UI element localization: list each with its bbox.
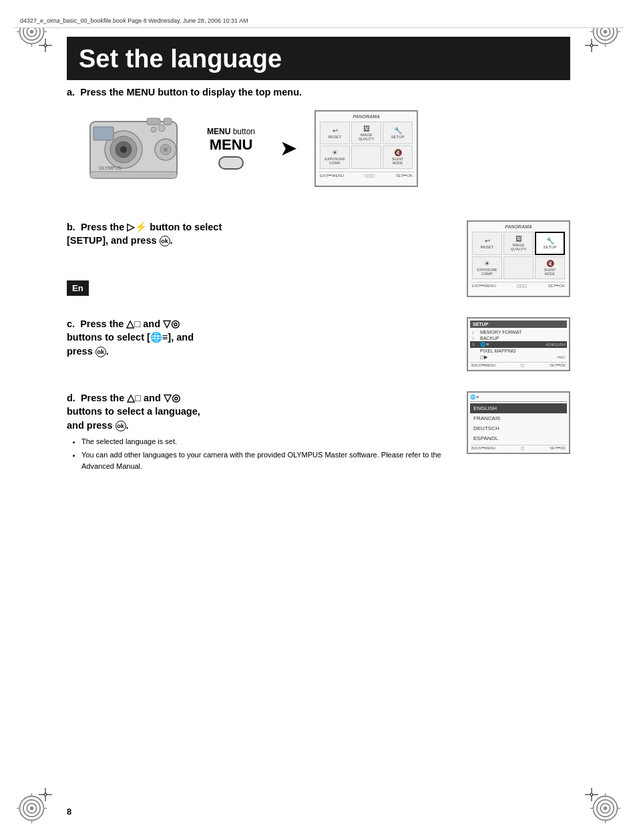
menu-screen-a: PANORAMA ↩ RESET 🖼 IMAGEQUALITY 🔧 SETUP — [314, 110, 418, 187]
menu-screen-footer-a: EXIT↦MENU ◻◻◻ SET↦OK — [318, 172, 414, 178]
crosshair-tr — [585, 39, 598, 52]
lang-item-espanol: ESPANOL — [470, 433, 567, 443]
svg-rect-46 — [90, 172, 177, 178]
menu-cell-exposure-b: ☀ EXPOSURECOMP. — [472, 256, 502, 280]
setup-icon: 🔧 — [394, 127, 402, 134]
menu-text-large: MENU — [210, 136, 253, 154]
footer-back-c: BACK↦MENU — [471, 363, 495, 367]
step-c-text: c. Press the △□ and ▽◎buttons to select … — [67, 317, 453, 358]
step-d-row: d. Press the △□ and ▽◎buttons to select … — [67, 391, 570, 474]
svg-point-36 — [120, 146, 127, 153]
svg-point-41 — [164, 148, 168, 152]
step-d-label: d. Press the △□ and ▽◎buttons to select … — [67, 393, 200, 431]
setup-row-3: 3 🌐≡ >ENGLISH — [470, 341, 567, 348]
row-label-4: PIXEL MAPPING — [480, 349, 516, 353]
step-a-prefix: a. Press the — [67, 87, 126, 97]
menu-screen-b: PANORAMA ↩ RESET 🖼 IMAGEQUALITY 🔧 SETU — [467, 220, 570, 297]
footer-set-a: SET↦OK — [396, 173, 413, 178]
step-a-menu-bold: MENU — [126, 87, 155, 97]
step-d-notes: The selected language is set. You can ad… — [67, 436, 453, 472]
footer-set-d: SET↦OK — [550, 446, 566, 450]
row-label-3: 🌐≡ — [480, 342, 489, 347]
step-b-text: b. Press the ▷⚡ button to select[SETUP],… — [67, 220, 453, 248]
footer-exit-a: EXIT↦MENU — [320, 173, 344, 178]
setup-row-5: ◻▶ >NO — [470, 354, 567, 361]
menu-label-bold: MENU — [207, 127, 230, 136]
crosshair-br — [585, 788, 598, 801]
step-b-label: b. Press the ▷⚡ button to select[SETUP],… — [67, 222, 222, 246]
lang-screen-footer: BACK↦MENU ◻ SET↦OK — [470, 445, 567, 451]
svg-point-19 — [30, 807, 33, 810]
lang-screen: 🌐≡ ENGLISH FRANCAIS DEUTSCH ESPANOL BACK… — [467, 391, 570, 454]
lang-item-deutsch: DEUTSCH — [470, 423, 567, 433]
svg-point-3 — [30, 30, 33, 33]
menu-screen-footer-b: EXIT↦MENU ◻◻◻ SET↦OK — [471, 282, 566, 288]
setup-list-header: SETUP — [470, 321, 567, 328]
silent-icon: 🔇 — [394, 149, 402, 156]
crosshair-bl — [39, 788, 52, 801]
row-label-2: BACKUP — [480, 336, 499, 341]
setup-list-screen: SETUP 1 MEMORY FORMAT 2 BACKUP 3 🌐≡ >ENG… — [467, 317, 570, 371]
exposure-icon: ☀ — [332, 149, 338, 156]
menu-grid-a: ↩ RESET 🖼 IMAGEQUALITY 🔧 SETUP ☀ EXPOSUR… — [318, 120, 414, 170]
step-d-text: d. Press the △□ and ▽◎buttons to select … — [67, 391, 453, 474]
row-val-5: >NO — [556, 355, 565, 359]
step-a-suffix: button to display the top menu. — [155, 87, 302, 97]
svg-text:OLYMPUS: OLYMPUS — [99, 166, 122, 170]
setup-list-footer: BACK↦MENU ◻ SET↦OK — [470, 362, 567, 368]
row-val-3: >ENGLISH — [545, 343, 565, 347]
menu-cell-reset: ↩ RESET — [320, 122, 350, 145]
row-num-3: 3 — [472, 343, 477, 347]
main-content: a. Press the MENU button to display the … — [67, 87, 570, 800]
row-num-1: 1 — [472, 331, 477, 335]
menu-screen-title-b: PANORAMA — [471, 224, 566, 229]
step-a: a. Press the MENU button to display the … — [67, 87, 570, 188]
menu-grid-b: ↩ RESET 🖼 IMAGEQUALITY 🔧 SETUP ☀ — [471, 230, 566, 280]
menu-screen-title-a: PANORAMA — [318, 114, 414, 119]
ok-circle-b: ok — [160, 236, 170, 246]
crosshair-tl — [39, 39, 52, 52]
lang-item-francais: FRANCAIS — [470, 413, 567, 423]
svg-point-27 — [604, 807, 607, 810]
silent-icon-b: 🔇 — [546, 260, 554, 267]
footer-mid-a: ◻◻◻ — [365, 173, 375, 178]
menu-button-text: MENU button — [207, 127, 255, 136]
exposure-icon-b: ☀ — [484, 260, 490, 267]
header-bar: d4327_e_oima_basic_00_bookfile.book Page… — [13, 13, 624, 28]
reset-icon-b: ↩ — [485, 237, 490, 244]
lang-item-english: ENGLISH — [470, 403, 567, 413]
arrow-right-icon: ➤ — [280, 138, 296, 160]
footer-set-b: SET↦OK — [548, 283, 565, 288]
svg-point-43 — [158, 125, 165, 132]
step-a-label: a. Press the MENU button to display the … — [67, 87, 570, 97]
svg-rect-37 — [147, 118, 160, 125]
ok-circle-d: ok — [116, 421, 126, 431]
footer-back-d: BACK↦MENU — [471, 446, 495, 450]
menu-cell-reset-b: ↩ RESET — [472, 232, 502, 255]
footer-set-c: SET↦OK — [550, 363, 566, 367]
step-d-screen-wrap: 🌐≡ ENGLISH FRANCAIS DEUTSCH ESPANOL BACK… — [467, 391, 570, 454]
setup-row-2: 2 BACKUP — [470, 335, 567, 341]
row-num-2: 2 — [472, 337, 477, 341]
setup-icon-b: 🔧 — [546, 237, 554, 244]
svg-point-11 — [604, 30, 607, 33]
menu-cell-exposure: ☀ EXPOSURECOMP. — [320, 146, 350, 169]
step-c-label: c. Press the △□ and ▽◎buttons to select … — [67, 319, 194, 357]
menu-cell-silent: 🔇 SILENTMODE — [383, 146, 413, 169]
footer-mid-c: ◻ — [521, 363, 524, 367]
setup-row-1: 1 MEMORY FORMAT — [470, 329, 567, 335]
quality-icon-b: 🖼 — [515, 235, 522, 242]
step-c-row: c. Press the △□ and ▽◎buttons to select … — [67, 317, 570, 371]
reset-icon: ↩ — [333, 127, 338, 134]
setup-row-4: PIXEL MAPPING — [470, 348, 567, 354]
header-text: d4327_e_oima_basic_00_bookfile.book Page… — [20, 17, 248, 24]
en-badge: En — [67, 280, 89, 296]
menu-button-label: MENU button MENU — [207, 127, 255, 170]
row-label-5: ◻▶ — [480, 355, 487, 360]
page-number: 8 — [67, 807, 71, 817]
svg-point-42 — [151, 127, 156, 132]
footer-mid-b: ◻◻◻ — [517, 283, 527, 288]
footer-exit-b: EXIT↦MENU — [472, 283, 496, 288]
menu-cell-silent-b: 🔇 SILENTMODE — [535, 256, 565, 280]
note-2: You can add other languages to your came… — [81, 449, 453, 471]
